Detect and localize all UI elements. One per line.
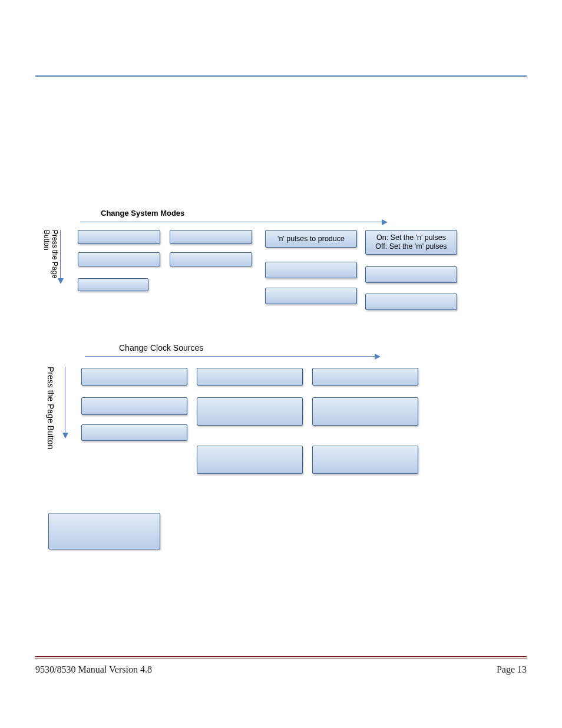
- clock-box: [312, 368, 418, 386]
- footer-manual-version: 9530/8530 Manual Version 4.8: [35, 664, 152, 675]
- clock-box: [81, 368, 187, 386]
- mode-box: [265, 262, 357, 278]
- mode-box: [78, 252, 160, 266]
- clock-box: [197, 446, 303, 474]
- header-rule: [35, 75, 527, 77]
- arrow-label-system-modes: Change System Modes: [101, 209, 184, 218]
- footer-rule: [35, 656, 527, 658]
- diagram-system-modes: Change System Modes Press the Page Butto…: [45, 207, 516, 319]
- arrow-right-icon: [85, 356, 379, 357]
- mode-box: [170, 230, 252, 244]
- manual-page: Change System Modes Press the Page Butto…: [0, 0, 562, 728]
- clock-box: [81, 424, 187, 441]
- clock-box: [197, 397, 303, 426]
- mode-box-on-off: On: Set the 'n' pulses Off: Set the 'm' …: [365, 230, 457, 255]
- mode-box: [78, 278, 148, 291]
- arrow-label-clock-sources: Change Clock Sources: [119, 343, 203, 353]
- page-footer: 9530/8530 Manual Version 4.8 Page 13: [35, 664, 527, 675]
- arrow-right-icon: [80, 222, 386, 222]
- clock-box: [312, 397, 418, 426]
- mode-box-n-pulses: 'n' pulses to produce: [265, 230, 357, 248]
- footer-page-number: Page 13: [497, 664, 527, 675]
- clock-box: [197, 368, 303, 386]
- mode-box: [170, 252, 252, 266]
- diagram-clock-sources: Change Clock Sources Press the Page Butt…: [45, 342, 492, 483]
- isolated-box: [48, 513, 160, 549]
- arrow-down-icon: [65, 367, 65, 437]
- mode-box: [365, 294, 457, 310]
- side-label-page-button-1: Press the Page Button: [42, 230, 59, 301]
- clock-box: [312, 446, 418, 474]
- arrow-down-icon: [60, 230, 61, 283]
- side-label-page-button-2: Press the Page Button: [46, 367, 55, 455]
- clock-box: [81, 397, 187, 415]
- mode-box: [78, 230, 160, 244]
- mode-box: [365, 266, 457, 283]
- mode-box: [265, 288, 357, 304]
